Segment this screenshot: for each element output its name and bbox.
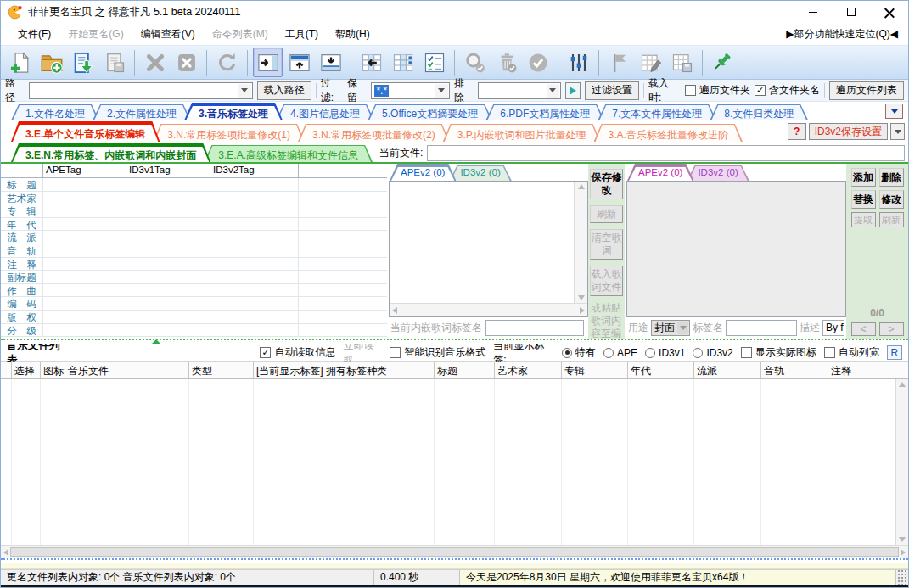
panel-up-button[interactable] <box>284 48 314 77</box>
lyrics-tab-id3v2[interactable]: ID3v2 (0) <box>449 165 511 181</box>
auto-column-width-checkbox[interactable]: 自动列宽 <box>824 345 879 360</box>
tag-cell[interactable] <box>43 231 126 244</box>
tag-cell[interactable] <box>43 192 126 204</box>
tag-cell[interactable] <box>126 204 210 217</box>
cover-tagname-field[interactable] <box>726 320 797 336</box>
pushpin-button[interactable] <box>708 48 738 77</box>
refresh-cover-button[interactable]: 刷新 <box>879 212 904 227</box>
menu-tools[interactable]: 工具(T) <box>277 25 327 44</box>
load-list-button[interactable] <box>68 48 98 77</box>
radio-special[interactable]: 特有 <box>562 345 596 360</box>
exclude-filter-dropdown[interactable] <box>547 84 559 98</box>
save-list-button[interactable] <box>99 48 129 77</box>
col-title[interactable]: 标题 <box>435 362 495 378</box>
quick-locate-menu[interactable]: ▶部分功能快速定位(Q)◀ <box>786 27 900 42</box>
exclude-filter-combo[interactable] <box>478 82 560 99</box>
table-columns-button[interactable] <box>388 48 418 77</box>
tag-cell[interactable] <box>126 258 210 271</box>
radio-id3v1[interactable]: ID3v1 <box>645 347 685 359</box>
lyrics-textarea[interactable] <box>390 182 574 303</box>
tag-cell[interactable] <box>126 324 210 337</box>
menu-edit-view[interactable]: 编辑查看(V) <box>132 25 204 44</box>
tag-cell[interactable] <box>126 218 210 231</box>
tag-cell[interactable] <box>126 244 210 257</box>
reset-columns-button[interactable]: R <box>887 345 902 360</box>
tag-cell[interactable] <box>210 244 299 257</box>
tag-cell[interactable] <box>43 244 126 257</box>
flag-button[interactable] <box>604 48 634 77</box>
usage-combo[interactable]: 封面 <box>651 320 690 336</box>
filter-settings-button[interactable]: 过滤设置 <box>585 81 639 100</box>
tab-pdf-attr[interactable]: 6.PDF文档属性处理 <box>485 104 604 120</box>
keep-filter-combo[interactable]: *.* <box>371 82 450 99</box>
tag-col-apetag[interactable]: APETag <box>43 164 126 177</box>
tag-cell[interactable] <box>126 284 210 297</box>
modify-cover-button[interactable]: 修改 <box>879 190 904 209</box>
panel-right-button[interactable] <box>253 48 283 77</box>
delete-cover-button[interactable]: 删除 <box>879 168 904 187</box>
col-select[interactable]: 选择 <box>12 362 41 378</box>
col-comment[interactable]: 注释 <box>828 362 908 378</box>
traverse-list-button[interactable]: 遍历文件列表 <box>829 81 904 100</box>
music-list-hscrollbar[interactable] <box>1 545 908 558</box>
auto-read-checkbox[interactable]: 自动读取信息 <box>260 345 335 360</box>
minimize-button[interactable] <box>794 1 832 23</box>
tag-cell[interactable] <box>210 311 299 323</box>
new-file-button[interactable] <box>5 48 35 77</box>
tag-cell[interactable] <box>43 271 126 283</box>
tab-office-summary[interactable]: 5.Office文档摘要处理 <box>368 104 492 120</box>
id3v2-save-settings-button[interactable]: ID3v2保存设置 <box>809 123 888 140</box>
col-music-file[interactable]: 音乐文件 <box>65 362 189 378</box>
usage-dropdown[interactable] <box>677 322 688 334</box>
tag-cell[interactable] <box>43 204 126 217</box>
col-track[interactable]: 音轨 <box>761 362 828 378</box>
prev-cover-button[interactable]: < <box>851 322 876 336</box>
tag-cell[interactable] <box>210 218 299 231</box>
tag-cell[interactable] <box>126 192 210 204</box>
table-insert-left-button[interactable] <box>356 48 386 77</box>
cover-preview-area[interactable] <box>626 181 846 317</box>
tag-col-id3v1tag[interactable]: ID3v1Tag <box>126 164 210 177</box>
apply-filter-button[interactable] <box>565 82 581 99</box>
path-combo-dropdown[interactable] <box>238 84 251 98</box>
tab-filename[interactable]: 1.文件名处理 <box>11 104 99 120</box>
extract-cover-button[interactable]: 提取 <box>851 212 876 227</box>
tag-cell[interactable] <box>43 218 126 231</box>
tag-cell[interactable] <box>43 311 126 323</box>
tab-batch-modify-2[interactable]: 3.N.常用标签项批量修改(2) <box>298 124 450 142</box>
tag-cell[interactable] <box>210 271 299 283</box>
tab-file-classify[interactable]: 8.文件归类处理 <box>710 104 808 120</box>
tag-cell[interactable] <box>126 271 210 283</box>
clear-lyrics-button[interactable]: 清空歌词 <box>590 229 623 260</box>
col-genre[interactable]: 流派 <box>694 362 761 378</box>
id3v2-dropdown-button[interactable] <box>890 123 905 140</box>
load-lyrics-file-button[interactable]: 载入歌词文件 <box>590 266 623 296</box>
tab-lyrics-image-batch[interactable]: 3.P.内嵌歌词和图片批量处理 <box>443 124 601 142</box>
col-album[interactable]: 专辑 <box>562 362 628 378</box>
smart-detect-checkbox[interactable]: 智能识别音乐格式 <box>390 345 485 360</box>
traverse-folder-checkbox[interactable]: 遍历文件夹 <box>685 83 750 98</box>
confirm-check-button[interactable] <box>523 48 553 77</box>
current-file-field[interactable] <box>427 145 905 161</box>
tag-cell[interactable] <box>210 192 299 204</box>
music-list-body[interactable] <box>1 379 895 545</box>
tab-advanced-tag-fileinfo[interactable]: 3.E.A.高级标签编辑和文件信息 <box>204 145 373 162</box>
trash-confirm-button[interactable] <box>491 48 521 77</box>
tab-common-tags-lyrics-cover[interactable]: 3.E.N.常用标签、内嵌歌词和内嵌封面 <box>11 143 210 162</box>
rename-list-collapsed-strip[interactable] <box>1 563 908 569</box>
tag-cell[interactable] <box>43 324 126 337</box>
load-path-button[interactable]: 载入路径 <box>257 81 311 100</box>
keep-filter-dropdown[interactable] <box>435 84 448 98</box>
tag-cell[interactable] <box>126 311 210 323</box>
next-cover-button[interactable]: > <box>879 322 904 336</box>
clear-list-button[interactable] <box>171 48 201 77</box>
path-combo[interactable] <box>29 82 253 99</box>
col-type[interactable]: 类型 <box>189 362 254 378</box>
col-icon[interactable]: 图标 <box>41 362 65 378</box>
close-button[interactable] <box>870 1 908 23</box>
main-tab-dropdown-button[interactable] <box>885 104 903 119</box>
table-edit-button[interactable] <box>636 48 665 77</box>
resize-grip[interactable] <box>896 570 908 585</box>
tag-cell[interactable] <box>210 297 299 310</box>
music-list-vscrollbar[interactable] <box>895 379 908 545</box>
